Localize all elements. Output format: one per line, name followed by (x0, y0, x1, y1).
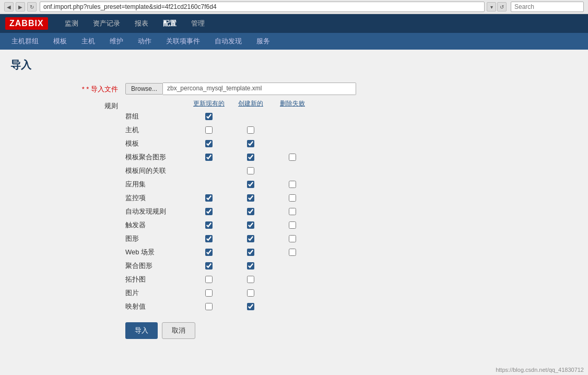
col-header-create[interactable]: 创建新的 (230, 99, 272, 108)
dropdown-btn[interactable]: ▾ (487, 2, 496, 11)
rule-create-cell[interactable] (230, 235, 272, 242)
rule-create-cell-checkbox[interactable] (247, 235, 254, 242)
rule-create-cell[interactable] (230, 154, 272, 161)
rule-update-cell[interactable] (188, 126, 230, 134)
sub-nav-maintenance[interactable]: 维护 (103, 34, 130, 48)
rule-delete-cell-checkbox[interactable] (289, 249, 296, 256)
rule-create-cell[interactable] (230, 167, 272, 174)
rule-create-cell-checkbox[interactable] (247, 262, 254, 269)
forward-btn[interactable]: ▶ (16, 2, 25, 11)
rule-update-cell[interactable] (188, 221, 230, 229)
rule-update-cell[interactable] (188, 194, 230, 202)
rule-update-cell-checkbox[interactable] (205, 249, 213, 256)
rule-create-cell[interactable] (230, 289, 272, 297)
rule-update-cell-checkbox[interactable] (205, 194, 213, 202)
rule-create-cell-checkbox[interactable] (247, 289, 254, 297)
rule-row: 映射值 (125, 300, 313, 313)
rule-name: 聚合图形 (125, 261, 188, 271)
rules-section: 规则 更新现有的 创建新的 删除失败 群组主机模板模板聚合图形模板间的关联应用集… (10, 99, 578, 314)
rule-create-cell-checkbox[interactable] (247, 221, 254, 229)
rule-delete-cell-checkbox[interactable] (289, 208, 296, 215)
rule-update-cell-checkbox[interactable] (205, 208, 213, 215)
rule-create-cell-checkbox[interactable] (247, 181, 254, 188)
rule-create-cell-checkbox[interactable] (247, 276, 254, 283)
sub-nav-services[interactable]: 服务 (250, 34, 276, 48)
rule-create-cell-checkbox[interactable] (247, 167, 254, 174)
rule-create-cell-checkbox[interactable] (247, 140, 254, 147)
rule-create-cell[interactable] (230, 276, 272, 283)
rule-update-cell[interactable] (188, 262, 230, 269)
nav-item-admin[interactable]: 管理 (185, 17, 211, 30)
reload-icon[interactable]: ↺ (497, 2, 507, 11)
rule-create-cell[interactable] (230, 194, 272, 202)
rule-delete-cell[interactable] (272, 181, 313, 188)
import-button[interactable]: 导入 (125, 322, 158, 339)
rule-update-cell[interactable] (188, 289, 230, 297)
rule-update-cell[interactable] (188, 140, 230, 147)
sub-nav-corr[interactable]: 关联项事件 (160, 34, 206, 48)
rule-create-cell-checkbox[interactable] (247, 303, 254, 310)
rule-create-cell[interactable] (230, 303, 272, 310)
url-bar[interactable] (40, 2, 485, 12)
refresh-btn[interactable]: ↻ (27, 2, 37, 11)
rule-delete-cell-checkbox[interactable] (289, 154, 296, 161)
rule-delete-cell[interactable] (272, 208, 313, 215)
rule-delete-cell[interactable] (272, 194, 313, 202)
rule-create-cell[interactable] (230, 221, 272, 229)
rule-update-cell-checkbox[interactable] (205, 262, 213, 269)
rule-update-cell[interactable] (188, 113, 230, 120)
rule-create-cell-checkbox[interactable] (247, 208, 254, 215)
rule-update-cell[interactable] (188, 276, 230, 283)
rule-delete-cell[interactable] (272, 249, 313, 256)
rule-update-cell-checkbox[interactable] (205, 113, 213, 120)
sub-nav-hostgroups[interactable]: 主机群组 (5, 34, 45, 48)
rule-update-cell-checkbox[interactable] (205, 289, 213, 297)
rule-update-cell-checkbox[interactable] (205, 140, 213, 147)
rule-update-cell-checkbox[interactable] (205, 276, 213, 283)
sub-nav-hosts[interactable]: 主机 (75, 34, 101, 48)
rule-delete-cell-checkbox[interactable] (289, 221, 296, 229)
nav-item-monitor[interactable]: 监测 (58, 17, 85, 30)
sub-nav-templates[interactable]: 模板 (47, 34, 73, 48)
back-btn[interactable]: ◀ (4, 2, 14, 11)
rule-delete-cell[interactable] (272, 235, 313, 242)
rule-create-cell-checkbox[interactable] (247, 126, 254, 134)
rule-update-cell-checkbox[interactable] (205, 303, 213, 310)
rule-update-cell-checkbox[interactable] (205, 154, 213, 161)
rule-update-cell-checkbox[interactable] (205, 221, 213, 229)
rule-delete-cell[interactable] (272, 154, 313, 161)
browse-button[interactable]: Browse... (125, 83, 163, 95)
rule-delete-cell-checkbox[interactable] (289, 235, 296, 242)
rule-create-cell[interactable] (230, 208, 272, 215)
rule-create-cell[interactable] (230, 140, 272, 147)
rule-create-cell[interactable] (230, 249, 272, 256)
rule-update-cell-checkbox[interactable] (205, 235, 213, 242)
rule-create-cell[interactable] (230, 126, 272, 134)
rule-row: 图形 (125, 232, 313, 245)
cancel-button[interactable]: 取消 (162, 322, 195, 339)
rule-create-cell[interactable] (230, 181, 272, 188)
rule-update-cell[interactable] (188, 235, 230, 242)
search-input[interactable] (511, 2, 584, 12)
rule-update-cell[interactable] (188, 208, 230, 215)
rule-name: Web 场景 (125, 248, 188, 257)
rule-delete-cell-checkbox[interactable] (289, 181, 296, 188)
rule-create-cell[interactable] (230, 262, 272, 269)
rule-create-cell-checkbox[interactable] (247, 154, 254, 161)
rule-create-cell-checkbox[interactable] (247, 249, 254, 256)
rule-update-cell-checkbox[interactable] (205, 126, 213, 134)
rule-update-cell[interactable] (188, 154, 230, 161)
browser-controls: ◀ ▶ ↻ (4, 2, 37, 11)
rule-create-cell-checkbox[interactable] (247, 194, 254, 202)
rule-update-cell[interactable] (188, 303, 230, 310)
nav-item-assets[interactable]: 资产记录 (87, 17, 126, 30)
col-header-update[interactable]: 更新现有的 (188, 99, 230, 108)
rule-delete-cell-checkbox[interactable] (289, 194, 296, 202)
sub-nav-actions[interactable]: 动作 (132, 34, 158, 48)
sub-nav-discovery[interactable]: 自动发现 (208, 34, 248, 48)
nav-item-config[interactable]: 配置 (157, 17, 183, 30)
rule-delete-cell[interactable] (272, 221, 313, 229)
col-header-delete[interactable]: 删除失败 (272, 99, 313, 108)
rule-update-cell[interactable] (188, 249, 230, 256)
nav-item-reports[interactable]: 报表 (128, 17, 155, 30)
